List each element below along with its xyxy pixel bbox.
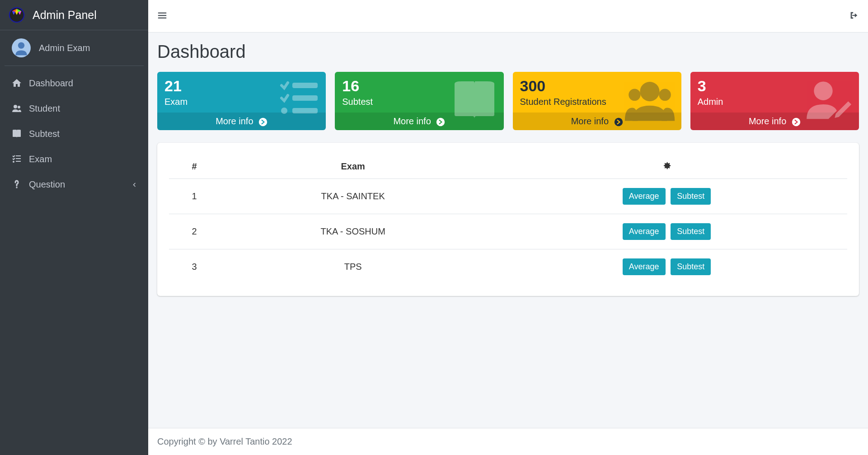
subtest-button[interactable]: Subtest xyxy=(671,223,711,240)
sidebar-item-label: Subtest xyxy=(29,129,60,139)
subtest-button[interactable]: Subtest xyxy=(671,188,711,205)
content: Dashboard 21 Exam More info xyxy=(148,33,868,428)
footer: Copyright © by Varrel Tantio 2022 xyxy=(148,428,868,455)
user-panel[interactable]: Admin Exam xyxy=(5,30,144,66)
open-book-icon xyxy=(450,76,499,128)
table-row: 2 TKA - SOSHUM Average Subtest xyxy=(169,214,847,249)
sidebar-item-label: Exam xyxy=(29,154,52,164)
svg-point-3 xyxy=(18,106,20,108)
gear-icon xyxy=(662,162,671,172)
navbar xyxy=(148,0,868,33)
row-name: TKA - SOSHUM xyxy=(220,214,486,249)
svg-point-16 xyxy=(259,118,267,126)
row-name: TPS xyxy=(220,249,486,285)
nav-menu: Dashboard Student Subtest Exam xyxy=(0,66,148,202)
svg-rect-10 xyxy=(158,15,166,16)
brand-logo xyxy=(7,5,26,24)
svg-point-20 xyxy=(629,89,640,101)
checklist-icon xyxy=(276,76,321,123)
book-icon xyxy=(11,128,23,140)
svg-rect-4 xyxy=(16,155,21,156)
svg-point-17 xyxy=(436,118,445,126)
footer-label: More info xyxy=(393,116,431,126)
stat-card-subtest: 16 Subtest More info xyxy=(335,72,503,130)
subtest-button[interactable]: Subtest xyxy=(671,258,711,275)
stat-cards: 21 Exam More info 16 Subtest xyxy=(157,72,859,130)
users-group-icon xyxy=(623,76,677,130)
row-name: TKA - SAINTEK xyxy=(220,179,486,214)
average-button[interactable]: Average xyxy=(623,223,666,240)
brand[interactable]: Admin Panel xyxy=(0,0,148,30)
sidebar-item-exam[interactable]: Exam xyxy=(5,146,144,172)
row-index: 3 xyxy=(169,249,220,285)
svg-rect-13 xyxy=(292,95,318,101)
sidebar-item-label: Dashboard xyxy=(29,78,73,89)
row-actions: Average Subtest xyxy=(486,179,847,214)
svg-point-18 xyxy=(640,82,659,101)
avatar xyxy=(12,38,31,57)
sidebar-item-dashboard[interactable]: Dashboard xyxy=(5,70,144,96)
svg-point-22 xyxy=(814,82,832,100)
page-title: Dashboard xyxy=(157,42,859,62)
stat-card-student: 300 Student Registrations More info xyxy=(513,72,681,130)
user-name-label: Admin Exam xyxy=(39,43,90,53)
row-actions: Average Subtest xyxy=(486,249,847,285)
table-header-index: # xyxy=(169,155,220,179)
svg-rect-9 xyxy=(158,12,166,13)
brand-title: Admin Panel xyxy=(33,9,97,22)
sidebar-item-label: Student xyxy=(29,103,60,114)
footer-label: More info xyxy=(749,116,786,126)
svg-point-6 xyxy=(13,161,14,163)
home-icon xyxy=(11,77,23,89)
table-row: 1 TKA - SAINTEK Average Subtest xyxy=(169,179,847,214)
list-check-icon xyxy=(11,153,23,165)
sidebar-item-student[interactable]: Student xyxy=(5,96,144,121)
sidebar-item-question[interactable]: Question xyxy=(5,172,144,197)
row-actions: Average Subtest xyxy=(486,214,847,249)
question-icon xyxy=(11,178,23,190)
row-index: 2 xyxy=(169,214,220,249)
footer-label: More info xyxy=(216,116,253,126)
sidebar-item-subtest[interactable]: Subtest xyxy=(5,121,144,146)
chevron-left-icon xyxy=(132,179,137,190)
average-button[interactable]: Average xyxy=(623,258,666,275)
row-index: 1 xyxy=(169,179,220,214)
main: Dashboard 21 Exam More info xyxy=(148,0,868,455)
users-icon xyxy=(11,103,23,114)
svg-point-21 xyxy=(614,118,622,126)
hamburger-icon[interactable] xyxy=(157,10,167,22)
svg-rect-11 xyxy=(158,17,166,18)
stat-card-exam: 21 Exam More info xyxy=(157,72,326,130)
footer-label: More info xyxy=(571,116,609,126)
logout-icon[interactable] xyxy=(849,10,859,22)
svg-rect-7 xyxy=(16,161,21,162)
svg-point-1 xyxy=(18,42,24,48)
exam-table: # Exam 1 TKA - SAINTEK xyxy=(169,155,847,284)
table-header-actions xyxy=(486,155,847,179)
average-button[interactable]: Average xyxy=(623,188,666,205)
svg-rect-15 xyxy=(292,108,318,113)
svg-point-2 xyxy=(14,105,17,108)
table-row: 3 TPS Average Subtest xyxy=(169,249,847,285)
sidebar-item-label: Question xyxy=(29,179,65,190)
exam-table-card: # Exam 1 TKA - SAINTEK xyxy=(157,143,859,296)
footer-text: Copyright © by Varrel Tantio 2022 xyxy=(157,436,292,446)
svg-point-8 xyxy=(16,187,18,188)
svg-rect-5 xyxy=(16,158,21,159)
user-edit-icon xyxy=(802,76,854,130)
svg-point-14 xyxy=(281,108,287,114)
svg-rect-12 xyxy=(292,83,318,88)
svg-point-23 xyxy=(792,118,800,126)
sidebar: Admin Panel Admin Exam Dashboard Student xyxy=(0,0,148,455)
stat-card-admin: 3 Admin More info xyxy=(690,72,859,130)
svg-point-19 xyxy=(659,89,671,101)
table-header-exam: Exam xyxy=(220,155,486,179)
